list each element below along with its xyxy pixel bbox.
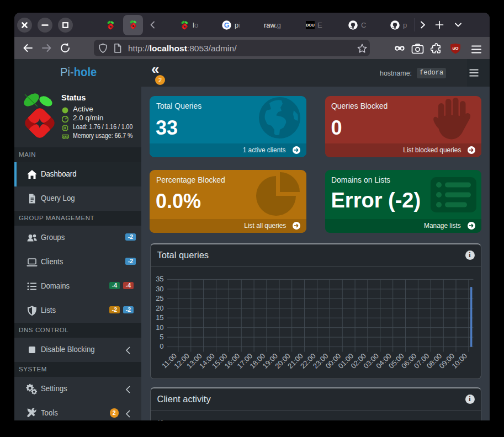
svg-text:G: G (224, 22, 230, 29)
svg-text:0: 0 (160, 342, 163, 350)
svg-text:20: 20 (156, 304, 163, 312)
svg-text:25: 25 (156, 294, 163, 302)
svg-text:15: 15 (156, 313, 163, 322)
svg-text:uO: uO (452, 46, 458, 51)
svg-text:30: 30 (156, 285, 163, 293)
svg-text:5: 5 (160, 333, 163, 341)
svg-text:35: 35 (156, 275, 163, 283)
svg-text:10: 10 (156, 323, 163, 332)
